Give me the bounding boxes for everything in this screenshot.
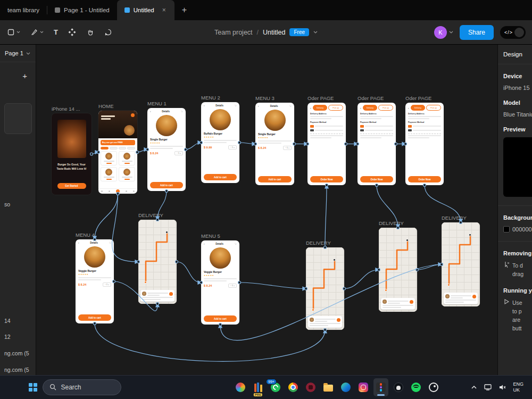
frame-delivery4[interactable]: [442, 222, 480, 306]
frame-label-menu1[interactable]: MENU 1: [147, 101, 167, 106]
breadcrumb-team[interactable]: Team project: [214, 29, 253, 36]
background-color-row[interactable]: 000000: [498, 221, 532, 232]
text-tool[interactable]: T: [50, 26, 62, 39]
layer-item[interactable]: ng.com (5: [4, 350, 29, 356]
frame-menu5[interactable]: ‹ Details ♡ Veggie Burger ★★★★★ $ 8.24 −…: [201, 240, 239, 325]
delivery-address-label: Delivery Address: [408, 113, 441, 115]
taskbar-search[interactable]: Search: [43, 379, 121, 395]
frame-label-iphone14[interactable]: iPhone 14 ...: [52, 106, 80, 112]
product-name: Single Burger: [258, 132, 292, 136]
taskbar-icon-instagram[interactable]: [356, 378, 371, 396]
tab-page1-untitled[interactable]: Page 1 - Untitled: [47, 0, 117, 20]
taskbar-icon-opera[interactable]: [303, 378, 318, 396]
tab-team-library[interactable]: team library: [0, 0, 47, 20]
tab-untitled-active[interactable]: Untitled ×: [117, 0, 174, 20]
back-icon: ‹: [310, 106, 311, 110]
frame-menu1[interactable]: ‹ Details ♡ Single Burger ★★★★★ $ 8.24 −…: [147, 108, 186, 191]
file-menu-chevron-icon[interactable]: [313, 31, 318, 34]
taskbar-icon-obs[interactable]: [426, 378, 441, 396]
frame-label-order2[interactable]: Oder PAGE: [358, 95, 384, 101]
components-tool[interactable]: [64, 25, 80, 39]
frame-menu2[interactable]: ‹ Details ♡ Buffalo Burger ★★★★★ $ 9.99 …: [201, 102, 239, 183]
call-button: [472, 295, 476, 298]
taskbar-icon-photos[interactable]: [233, 378, 248, 396]
taskbar-icon-whatsapp[interactable]: 99+: [268, 378, 283, 396]
layer-item[interactable]: 12: [4, 334, 11, 340]
pen-tool[interactable]: [27, 25, 47, 39]
frame-label-order1[interactable]: Oder PAGE: [307, 95, 334, 101]
new-tab-button[interactable]: +: [174, 0, 194, 20]
frame-label-delivery2[interactable]: DELIVERY: [306, 240, 331, 246]
share-button[interactable]: Share: [460, 25, 494, 40]
color-value[interactable]: 000000: [512, 226, 532, 232]
add-to-cart-button: Add to cart: [150, 182, 183, 188]
help-line: butt: [512, 324, 522, 332]
frame-menu4[interactable]: ‹ Details ♡ Veggie Burger ★★★★★ $ 8.24 −…: [76, 239, 114, 323]
taskbar-icon-spotify[interactable]: [409, 378, 423, 396]
frame-label-home[interactable]: HOME: [98, 103, 114, 109]
taskbar-icon-edge[interactable]: [338, 378, 353, 396]
layer-thumbnail[interactable]: [4, 103, 32, 134]
device-label: Device: [498, 64, 532, 79]
taskbar-icon-library[interactable]: PRE: [251, 378, 265, 396]
frame-label-order3[interactable]: Oder PAGE: [405, 95, 431, 101]
add-page-button[interactable]: +: [22, 71, 27, 80]
page-selector[interactable]: Page 1: [0, 45, 36, 62]
frame-order3[interactable]: ‹ Delivery Pick up Delivery Address Paym…: [405, 103, 444, 185]
canvas[interactable]: iPhone 14 ... Burger So Good, Your Taste…: [36, 45, 497, 375]
frame-menu3[interactable]: ‹ Details ♡ Single Burger ★★★★★ $ 8.24 −…: [255, 103, 294, 185]
home-product-grid: [101, 151, 135, 181]
language-indicator[interactable]: ENG UK: [513, 381, 523, 394]
breadcrumb-file[interactable]: Untitled: [263, 29, 285, 36]
figma-file-icon: [55, 7, 60, 13]
dev-mode-toggle[interactable]: </>: [500, 26, 526, 39]
windows-logo-icon: [29, 383, 37, 392]
taskbar-icon-file-explorer[interactable]: [321, 378, 336, 396]
rating-stars: ★★★★★: [78, 273, 111, 276]
frame-order2[interactable]: ‹ Delivery Pick up Delivery Address Paym…: [358, 103, 396, 185]
removing-label: Removing: [498, 242, 532, 256]
payment-method-label: Payment Method: [408, 121, 441, 123]
product-name: Veggie Burger: [204, 270, 237, 273]
layer-item[interactable]: ng.com (5: [4, 367, 29, 373]
comment-tool[interactable]: [101, 25, 116, 39]
delivery-segment: Delivery: [411, 105, 426, 111]
tab-design[interactable]: Design: [498, 45, 532, 64]
payment-method-label: Payment Method: [360, 121, 393, 123]
frame-home[interactable]: Buy one get one FREE: [98, 111, 137, 194]
help-line: Use: [512, 298, 522, 307]
frame-label-menu2[interactable]: MENU 2: [201, 95, 220, 101]
model-select[interactable]: Blue Titanium: [498, 106, 532, 118]
details-title: Details: [270, 105, 278, 107]
frame-label-delivery1[interactable]: DELIVERY: [138, 212, 163, 218]
layer-item[interactable]: 14: [4, 318, 11, 324]
taskbar-icon-github[interactable]: [391, 378, 406, 396]
frame-delivery2[interactable]: [306, 247, 344, 330]
start-button[interactable]: [29, 383, 37, 392]
layer-item[interactable]: so: [4, 201, 10, 207]
frame-label-menu3[interactable]: MENU 3: [255, 95, 275, 101]
order-now-button: Order Now: [310, 176, 343, 182]
tray-display-icon[interactable]: [484, 384, 492, 390]
frame-order1[interactable]: ‹ Delivery Pick up Delivery Address Paym…: [307, 103, 346, 185]
account-menu[interactable]: K: [434, 26, 453, 39]
frame-label-menu5[interactable]: MENU 5: [201, 233, 220, 239]
running-label: Running y: [498, 279, 532, 294]
frame-delivery3[interactable]: [379, 228, 417, 312]
tray-chevron-icon[interactable]: [471, 385, 477, 389]
window-tab-bar: team library Page 1 - Untitled Untitled …: [0, 0, 532, 20]
taskbar-icon-chrome[interactable]: [286, 378, 301, 396]
frame-label-menu4[interactable]: MENU 4: [76, 232, 95, 238]
frame-iphone14[interactable]: Burger So Good, Your Taste Buds Will Lov…: [52, 113, 92, 195]
device-select[interactable]: iPhone 15: [498, 79, 532, 91]
frame-delivery1[interactable]: [138, 220, 177, 304]
taskbar-icon-figma[interactable]: [373, 378, 388, 396]
tray-volume-icon[interactable]: [498, 384, 506, 390]
frame-label-delivery3[interactable]: DELIVERY: [379, 220, 404, 226]
frame-label-delivery4[interactable]: DELIVERY: [442, 215, 467, 221]
color-swatch[interactable]: [503, 226, 510, 232]
heart-icon: ♡: [109, 242, 111, 244]
close-tab-icon[interactable]: ×: [161, 6, 167, 14]
frame-tool[interactable]: [3, 25, 24, 39]
hand-tool[interactable]: [82, 25, 98, 39]
